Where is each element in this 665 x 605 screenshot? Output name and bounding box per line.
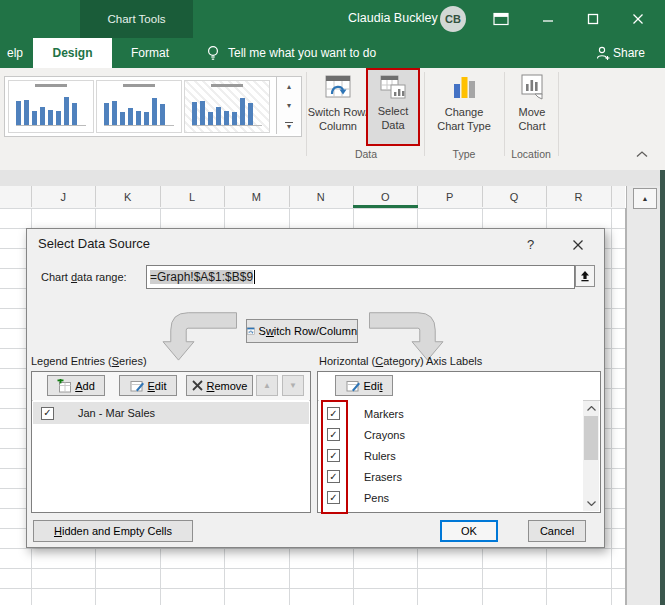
dialog-switch-row-column-button[interactable]: Switch Row/Column: [246, 319, 358, 343]
column-header[interactable]: J: [31, 186, 96, 207]
scroll-up-icon[interactable]: ▲: [633, 188, 657, 209]
add-label: Add: [75, 380, 95, 392]
tab-help-partial[interactable]: elp: [0, 38, 30, 68]
lightbulb-icon: [205, 44, 221, 65]
change-chart-type-icon: [450, 72, 478, 105]
group-label-data: Data: [308, 148, 424, 160]
hidden-empty-cells-button[interactable]: Hidden and Empty Cells: [33, 520, 193, 542]
column-header[interactable]: P: [417, 186, 482, 207]
legend-entries-label: Legend Entries (Series): [31, 355, 147, 367]
curved-arrow-left-icon: [147, 305, 239, 365]
dialog-close-icon[interactable]: [572, 239, 584, 253]
sheet-vertical-scrollbar[interactable]: ▲: [626, 186, 661, 605]
edit-icon: [346, 379, 360, 393]
column-header[interactable]: K: [95, 186, 160, 207]
switch-label: Switch Row/Column: [259, 325, 357, 337]
avatar[interactable]: CB: [440, 6, 466, 32]
checkbox-annotation-box: [321, 400, 348, 514]
legend-entries-panel: Add Edit Remove ▲ ▼ ✓ Jan - Mar Sales: [31, 371, 311, 513]
axis-list-item[interactable]: ✓ Pens: [319, 487, 583, 508]
gallery-scroll-up-icon[interactable]: ▴: [277, 77, 301, 97]
axis-list-item[interactable]: ✓ Erasers: [319, 466, 583, 487]
series-list-item[interactable]: ✓ Jan - Mar Sales: [33, 402, 309, 424]
select-data-source-dialog: Select Data Source ? Chart data range: =…: [26, 228, 605, 548]
list-scroll-down-icon[interactable]: [583, 496, 599, 511]
ribbon-display-options-icon[interactable]: [490, 8, 512, 30]
list-scroll-up-icon[interactable]: [583, 401, 599, 416]
column-headers: I J K L M N O P Q R S: [0, 186, 625, 209]
move-series-down-icon[interactable]: ▼: [282, 375, 304, 396]
collapse-dialog-button[interactable]: [575, 265, 595, 287]
chart-style-thumbnail[interactable]: [8, 80, 94, 133]
column-header-selected[interactable]: O: [353, 186, 418, 207]
chart-style-thumbnail[interactable]: [96, 80, 182, 133]
series-checkbox[interactable]: ✓: [41, 407, 54, 420]
axis-list-scrollbar[interactable]: [583, 401, 599, 511]
tab-format[interactable]: Format: [118, 38, 182, 68]
ribbon: ▴ ▾ ▾ Switch Row/ Column Select Data Cha…: [0, 68, 665, 171]
remove-x-icon: [192, 380, 203, 391]
tell-me-box[interactable]: Tell me what you want to do: [228, 46, 376, 60]
edit-axis-labels-button[interactable]: Edit: [335, 375, 393, 396]
range-picker-icon: [579, 270, 591, 282]
move-chart-icon: [518, 72, 546, 105]
move-chart-button[interactable]: Move Chart: [506, 72, 558, 133]
axis-list-item[interactable]: ✓ Crayons: [319, 424, 583, 445]
user-name: Claudia Buckley: [348, 11, 438, 25]
select-data-icon: [379, 73, 407, 104]
axis-list-item[interactable]: ✓ Markers: [319, 403, 583, 424]
minimize-icon[interactable]: [537, 8, 559, 30]
column-header[interactable]: R: [546, 186, 611, 207]
cancel-button[interactable]: Cancel: [528, 520, 586, 542]
gallery-scrollbar: ▴ ▾ ▾: [276, 77, 301, 134]
move-series-up-icon[interactable]: ▲: [256, 375, 278, 396]
chart-styles-gallery: ▴ ▾ ▾: [4, 76, 302, 137]
axis-edit-label: Edit: [364, 380, 383, 392]
gallery-more-icon[interactable]: ▾: [277, 115, 301, 134]
edit-label: Edit: [148, 380, 167, 392]
axis-items-list: ✓ Markers ✓ Crayons ✓ Rulers ✓ Erasers ✓…: [319, 400, 583, 511]
maximize-icon[interactable]: [582, 8, 604, 30]
group-label-location: Location: [504, 148, 558, 160]
close-window-icon[interactable]: [627, 8, 649, 30]
axis-list-item[interactable]: ✓ Rulers: [319, 445, 583, 466]
legend-toolbar: Add Edit Remove ▲ ▼: [32, 372, 310, 401]
collapse-ribbon-icon[interactable]: [636, 148, 648, 160]
share-button[interactable]: Share: [613, 46, 645, 60]
axis-labels-panel: Edit ✓ Markers ✓ Crayons ✓ Rulers ✓ Eras…: [317, 371, 601, 513]
column-header[interactable]: L: [160, 186, 225, 207]
column-header[interactable]: Q: [482, 186, 547, 207]
change-chart-type-button[interactable]: Change Chart Type: [426, 72, 502, 133]
add-series-button[interactable]: Add: [47, 375, 105, 396]
group-separator: [504, 72, 505, 156]
chart-data-range-input[interactable]: =Graph!$A$1:$B$9: [146, 265, 575, 289]
switch-row-column-button[interactable]: Switch Row/ Column: [308, 72, 368, 133]
dialog-title: Select Data Source: [38, 236, 150, 251]
edit-series-button[interactable]: Edit: [119, 375, 177, 396]
chart-style-thumbnail[interactable]: [184, 80, 270, 133]
axis-labels-label: Horizontal (Category) Axis Labels: [319, 355, 482, 367]
column-header[interactable]: S: [611, 186, 625, 207]
group-separator: [558, 72, 559, 156]
tab-design[interactable]: Design: [33, 38, 112, 68]
ok-button[interactable]: OK: [440, 520, 498, 542]
title-bar: Chart Tools Claudia Buckley CB: [0, 0, 665, 38]
remove-series-button[interactable]: Remove: [186, 375, 253, 396]
axis-toolbar: Edit: [318, 372, 600, 401]
remove-label: Remove: [207, 380, 248, 392]
series-name: Jan - Mar Sales: [78, 407, 155, 419]
contextual-tab-group: Chart Tools: [80, 0, 193, 38]
dialog-help-button[interactable]: ?: [527, 237, 534, 252]
scroll-thumb[interactable]: [584, 416, 598, 460]
column-header[interactable]: M: [224, 186, 289, 207]
series-list: ✓ Jan - Mar Sales: [33, 400, 309, 511]
switch-row-column-icon: [247, 324, 255, 338]
column-header[interactable]: N: [289, 186, 354, 207]
gallery-scroll-down-icon[interactable]: ▾: [277, 96, 301, 116]
column-header[interactable]: I: [0, 186, 32, 207]
text-caret: [254, 270, 255, 284]
edit-icon: [130, 379, 144, 393]
group-separator: [424, 72, 425, 156]
select-data-button[interactable]: Select Data: [368, 70, 418, 144]
hidden-label: Hidden and Empty Cells: [54, 525, 172, 537]
